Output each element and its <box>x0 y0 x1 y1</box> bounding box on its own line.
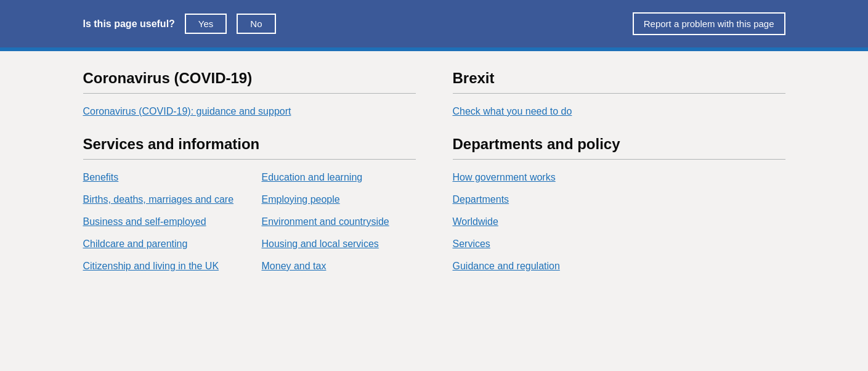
services-link[interactable]: Services <box>453 238 490 249</box>
list-item: Worldwide <box>453 216 785 227</box>
citizenship-link[interactable]: Citizenship and living in the UK <box>83 261 219 271</box>
list-item: Childcare and parenting <box>83 238 237 250</box>
covid-link-list: Coronavirus (COVID-19): guidance and sup… <box>83 106 416 117</box>
brexit-check-link[interactable]: Check what you need to do <box>453 106 572 116</box>
list-item: Employing people <box>262 194 416 205</box>
brexit-section: Brexit Check what you need to do <box>453 70 785 117</box>
births-link[interactable]: Births, deaths, marriages and care <box>83 194 234 205</box>
list-item: Environment and countryside <box>262 216 416 227</box>
services-section: Services and information Benefits Births… <box>83 136 416 283</box>
list-item: Services <box>453 238 785 250</box>
environment-link[interactable]: Environment and countryside <box>262 216 389 227</box>
departments-divider <box>453 159 785 160</box>
services-col1-list: Benefits Births, deaths, marriages and c… <box>83 172 237 283</box>
employing-link[interactable]: Employing people <box>262 194 340 205</box>
list-item: Benefits <box>83 172 237 183</box>
right-column: Brexit Check what you need to do Departm… <box>453 70 785 301</box>
list-item: Citizenship and living in the UK <box>83 261 237 272</box>
list-item: Housing and local services <box>262 238 416 250</box>
business-link[interactable]: Business and self-employed <box>83 216 206 227</box>
list-item: Money and tax <box>262 261 416 272</box>
services-col2-list: Education and learning Employing people … <box>262 172 416 283</box>
brexit-section-title: Brexit <box>453 70 785 87</box>
feedback-question: Is this page useful? Yes No <box>83 14 276 34</box>
report-problem-button[interactable]: Report a problem with this page <box>633 12 785 35</box>
guidance-regulation-link[interactable]: Guidance and regulation <box>453 261 560 271</box>
departments-link-list: How government works Departments Worldwi… <box>453 172 785 272</box>
brexit-link-list: Check what you need to do <box>453 106 785 117</box>
services-grid: Benefits Births, deaths, marriages and c… <box>83 172 416 283</box>
main-content: Coronavirus (COVID-19) Coronavirus (COVI… <box>74 51 795 326</box>
departments-link[interactable]: Departments <box>453 194 509 205</box>
services-section-title: Services and information <box>83 136 416 153</box>
childcare-link[interactable]: Childcare and parenting <box>83 238 188 249</box>
feedback-question-text: Is this page useful? <box>83 18 175 30</box>
covid-divider <box>83 93 416 94</box>
feedback-no-button[interactable]: No <box>237 14 275 34</box>
list-item: How government works <box>453 172 785 183</box>
covid-guidance-link[interactable]: Coronavirus (COVID-19): guidance and sup… <box>83 106 291 116</box>
how-government-link[interactable]: How government works <box>453 172 556 182</box>
brexit-divider <box>453 93 785 94</box>
list-item: Guidance and regulation <box>453 261 785 272</box>
housing-link[interactable]: Housing and local services <box>262 238 379 249</box>
feedback-bar: Is this page useful? Yes No Report a pro… <box>0 0 868 47</box>
covid-section-title: Coronavirus (COVID-19) <box>83 70 416 87</box>
list-item: Business and self-employed <box>83 216 237 227</box>
list-item: Births, deaths, marriages and care <box>83 194 237 205</box>
feedback-yes-button[interactable]: Yes <box>185 14 227 34</box>
services-divider <box>83 159 416 160</box>
list-item: Check what you need to do <box>453 106 785 117</box>
departments-section: Departments and policy How government wo… <box>453 136 785 272</box>
benefits-link[interactable]: Benefits <box>83 172 119 182</box>
covid-section: Coronavirus (COVID-19) Coronavirus (COVI… <box>83 70 416 117</box>
list-item: Coronavirus (COVID-19): guidance and sup… <box>83 106 416 117</box>
worldwide-link[interactable]: Worldwide <box>453 216 498 227</box>
left-column: Coronavirus (COVID-19) Coronavirus (COVI… <box>83 70 416 301</box>
footer-grid: Coronavirus (COVID-19) Coronavirus (COVI… <box>83 70 785 301</box>
departments-section-title: Departments and policy <box>453 136 785 153</box>
list-item: Departments <box>453 194 785 205</box>
education-link[interactable]: Education and learning <box>262 172 363 182</box>
money-link[interactable]: Money and tax <box>262 261 327 271</box>
list-item: Education and learning <box>262 172 416 183</box>
